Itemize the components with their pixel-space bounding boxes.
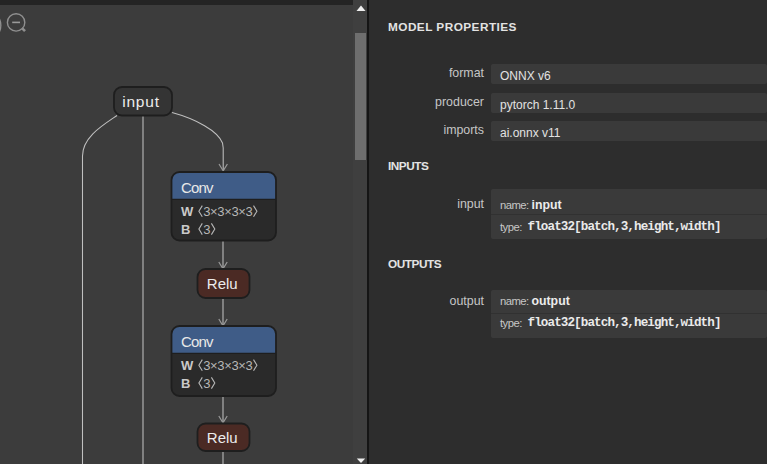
svg-text:Conv: Conv xyxy=(181,333,214,350)
svg-text:Relu: Relu xyxy=(207,275,238,292)
svg-text:Relu: Relu xyxy=(207,429,238,446)
svg-text:W: W xyxy=(181,358,194,373)
svg-text:3: 3 xyxy=(203,376,210,391)
svg-text:input: input xyxy=(122,93,160,110)
svg-text:3×3×3×3: 3×3×3×3 xyxy=(203,358,252,373)
svg-text:Conv: Conv xyxy=(181,179,214,196)
svg-text:B: B xyxy=(181,376,190,391)
